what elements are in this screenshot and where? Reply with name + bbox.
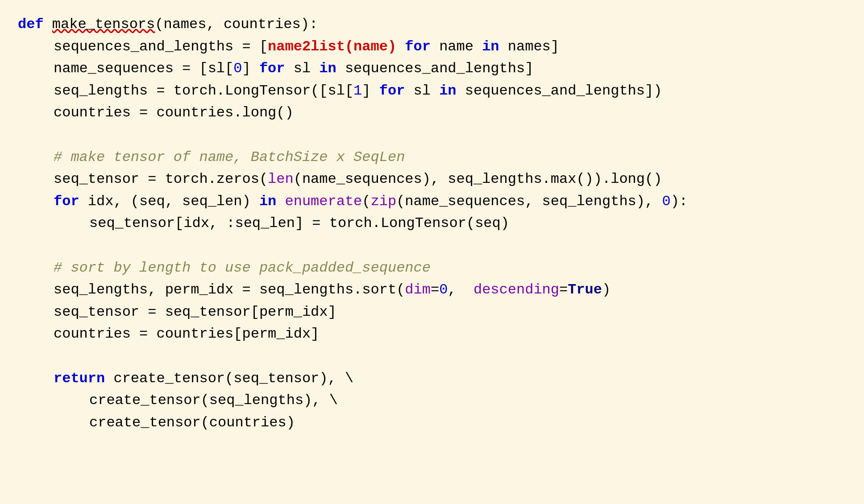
code-text: create_tensor(countries) (89, 412, 295, 434)
code-text: seq_tensor = seq_tensor[perm_idx] (54, 301, 336, 323)
keyword-in: in (482, 36, 499, 58)
code-line-11: seq_lengths, perm_idx = seq_lengths.sort… (54, 279, 846, 301)
code-text: (name_sequences, seq_lengths), (396, 190, 662, 213)
code-line-2: sequences_and_lengths = [name2list(name)… (54, 36, 846, 58)
code-text: create_tensor(seq_tensor), \ (105, 368, 353, 390)
code-text: (name_sequences), seq_lengths.max()).lon… (294, 168, 662, 190)
keyword-for: for (379, 80, 405, 102)
code-text: , (448, 279, 474, 301)
code-line-16: create_tensor(countries) (89, 412, 846, 434)
code-block: def make_tensors(names, countries): sequ… (0, 0, 864, 504)
code-text: sequences_and_lengths = [ (54, 36, 268, 58)
keyword-in: in (319, 58, 336, 80)
code-line-12: seq_tensor = seq_tensor[perm_idx] (54, 301, 846, 323)
keyword-for: for (54, 190, 79, 213)
builtin-enumerate: enumerate (285, 190, 362, 213)
code-text: seq_lengths = torch.LongTensor([sl[ (54, 80, 353, 102)
number-0: 0 (233, 58, 242, 80)
code-text: sequences_and_lengths]) (457, 80, 662, 102)
code-text: ( (362, 190, 370, 213)
code-line-7: seq_tensor = torch.zeros(len(name_sequen… (54, 168, 846, 190)
code-line-13: countries = countries[perm_idx] (54, 323, 846, 345)
keyword-return: return (54, 368, 105, 390)
code-text: countries = countries[perm_idx] (54, 323, 319, 345)
code-text: seq_tensor = torch.zeros( (54, 168, 268, 190)
blank-line-3 (18, 345, 846, 368)
code-text: sl (285, 58, 319, 80)
code-line-14: return create_tensor(seq_tensor), \ (54, 368, 846, 390)
code-text (276, 190, 285, 213)
kwarg-descending: descending (474, 279, 559, 301)
params: (names, countries): (155, 13, 318, 36)
code-text: ] (362, 80, 379, 102)
code-text: countries = countries.long() (54, 102, 294, 124)
code-text: ) (602, 279, 611, 301)
code-line-8: for idx, (seq, seq_len) in enumerate(zip… (54, 190, 846, 213)
keyword-def: def (18, 13, 52, 36)
code-text: = (559, 279, 568, 301)
keyword-true: True (568, 279, 602, 301)
number-1: 1 (353, 80, 362, 102)
code-text: = (431, 279, 439, 301)
code-line-5: countries = countries.long() (54, 102, 846, 124)
number-0c: 0 (439, 279, 448, 301)
code-text: ): (671, 190, 688, 213)
code-line-3: name_sequences = [sl[0] for sl in sequen… (54, 58, 846, 80)
code-text: sl (405, 80, 439, 102)
number-0b: 0 (662, 190, 670, 213)
code-text: seq_tensor[idx, :seq_len] = torch.LongTe… (89, 212, 509, 235)
code-line-1: def make_tensors(names, countries): (18, 13, 846, 36)
code-text: name_sequences = [sl[ (54, 58, 233, 80)
keyword-for: for (405, 36, 431, 58)
code-text: ] (242, 58, 259, 80)
code-text: create_tensor(seq_lengths), \ (89, 389, 338, 412)
code-text: name (431, 36, 482, 58)
code-line-6: # make tensor of name, BatchSize x SeqLe… (54, 146, 846, 169)
function-name: make_tensors (52, 13, 155, 36)
code-text: seq_lengths, perm_idx = seq_lengths.sort… (54, 279, 405, 301)
keyword-in: in (259, 190, 276, 213)
comment-text: # make tensor of name, BatchSize x SeqLe… (54, 146, 405, 169)
comment-text-2: # sort by length to use pack_padded_sequ… (54, 257, 431, 279)
builtin-zip: zip (371, 190, 397, 213)
blank-line-1 (18, 124, 846, 146)
code-text (396, 36, 405, 58)
code-text: names] (499, 36, 559, 58)
code-line-10: # sort by length to use pack_padded_sequ… (54, 257, 846, 279)
blank-line-2 (18, 235, 846, 257)
keyword-for: for (259, 58, 285, 80)
code-line-4: seq_lengths = torch.LongTensor([sl[1] fo… (54, 80, 846, 102)
keyword-in: in (439, 80, 456, 102)
builtin-len: len (268, 168, 294, 190)
code-text: idx, (seq, seq_len) (79, 190, 259, 213)
code-line-15: create_tensor(seq_lengths), \ (89, 389, 846, 412)
highlighted-function: name2list(name) (268, 36, 396, 58)
kwarg-dim: dim (405, 279, 431, 301)
code-text: sequences_and_lengths] (336, 58, 534, 80)
code-line-9: seq_tensor[idx, :seq_len] = torch.LongTe… (89, 212, 846, 235)
